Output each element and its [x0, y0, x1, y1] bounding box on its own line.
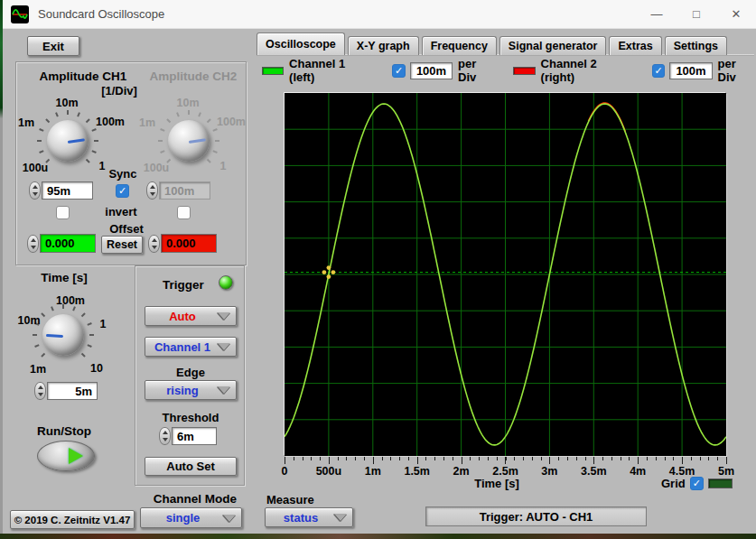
- time-value-field[interactable]: 5m: [47, 382, 98, 400]
- maximize-button[interactable]: □: [677, 1, 716, 28]
- desktop-edge-bottom: [0, 534, 756, 539]
- channel2-color-swatch[interactable]: [513, 67, 535, 75]
- check-icon: ✓: [655, 65, 663, 77]
- threshold-field[interactable]: 6m: [172, 427, 217, 445]
- knob-scale-100m: 100m: [211, 116, 251, 128]
- chevron-down-icon: [223, 515, 236, 522]
- knob-scale-100m: 100m: [90, 116, 130, 128]
- amplitude-ch1-spinner[interactable]: [29, 181, 41, 200]
- channel1-color-swatch[interactable]: [262, 67, 284, 75]
- channel2-per-div-field[interactable]: 100m: [669, 62, 712, 79]
- play-icon: [69, 448, 83, 464]
- grid-color-swatch[interactable]: [708, 479, 733, 488]
- channel-mode-label: Channel Mode: [145, 492, 245, 506]
- knob-scale-10: 10: [84, 362, 109, 375]
- spinner-up-icon[interactable]: [152, 238, 157, 242]
- channel1-enable-checkbox[interactable]: ✓: [392, 64, 406, 78]
- trigger-status-box: Trigger: AUTO - CH1: [425, 506, 647, 526]
- x-tick-label: 3.5m: [581, 465, 607, 478]
- spinner-down-icon[interactable]: [38, 393, 43, 396]
- amplitude-group: Amplitude CH1 Amplitude CH2 [1/Div] 10m …: [15, 61, 247, 265]
- x-tick-label: 1.5m: [404, 465, 430, 478]
- auto-set-button[interactable]: Auto Set: [145, 457, 237, 476]
- tab-bar: Oscilloscope X-Y graph Frequency Signal …: [257, 33, 727, 55]
- spinner-down-icon[interactable]: [31, 246, 36, 249]
- offset-ch1-field[interactable]: 0.000: [40, 234, 96, 253]
- spinner-up-icon[interactable]: [31, 238, 36, 242]
- knob-needle: [189, 138, 206, 144]
- spinner-up-icon[interactable]: [38, 386, 43, 389]
- close-button[interactable]: ✕: [716, 1, 756, 28]
- amplitude-ch1-knob[interactable]: [47, 120, 89, 162]
- chevron-down-icon: [334, 514, 347, 521]
- offset-ch2-spinner[interactable]: [148, 235, 160, 253]
- window-title: Soundcard Oscilloscope: [38, 7, 637, 21]
- spinner-up-icon[interactable]: [163, 431, 168, 434]
- spinner-down-icon[interactable]: [152, 246, 157, 249]
- knob-needle: [68, 138, 85, 144]
- x-axis-major-ticks: [285, 457, 728, 464]
- offset-ch1-spinner[interactable]: [27, 235, 39, 253]
- spinner-down-icon[interactable]: [33, 192, 38, 196]
- threshold-spinner[interactable]: [159, 427, 171, 445]
- trigger-source-dropdown[interactable]: Channel 1: [145, 337, 237, 357]
- x-tick-label: 2.5m: [492, 465, 518, 478]
- trigger-group: Trigger Auto Channel 1 Edge rising Thres…: [135, 265, 245, 486]
- grid-checkbox[interactable]: ✓: [690, 477, 704, 490]
- channel-mode-dropdown[interactable]: single: [140, 507, 242, 528]
- x-tick-label: 4.5m: [669, 465, 695, 478]
- amplitude-ch2-value-field: 100m: [159, 181, 210, 200]
- threshold-label: Threshold: [155, 411, 226, 424]
- grid-toggle-row: Grid ✓: [661, 477, 733, 490]
- sync-checkbox[interactable]: ✓: [116, 184, 129, 198]
- titlebar: Soundcard Oscilloscope — □ ✕: [3, 0, 756, 29]
- edge-label: Edge: [163, 366, 219, 379]
- offset-reset-button[interactable]: Reset: [101, 236, 143, 254]
- amplitude-ch1-value-field[interactable]: 95m: [42, 181, 93, 200]
- invert-label: invert: [87, 205, 155, 218]
- chevron-down-icon: [218, 386, 230, 394]
- time-knob[interactable]: [42, 314, 84, 356]
- copyright-button[interactable]: © 2019 C. Zeitnitz V1.47: [10, 510, 135, 529]
- x-tick-label: 2m: [453, 465, 470, 478]
- tab-settings[interactable]: Settings: [665, 36, 727, 55]
- spinner-down-icon[interactable]: [163, 438, 168, 441]
- exit-button[interactable]: Exit: [27, 36, 79, 56]
- chevron-down-icon: [218, 312, 230, 320]
- offset-ch2-field[interactable]: 0.000: [161, 234, 217, 253]
- knob-scale-10m: 10m: [49, 97, 85, 109]
- trigger-source-value: Channel 1: [154, 340, 210, 354]
- measure-dropdown[interactable]: status: [265, 507, 353, 527]
- tab-frequency[interactable]: Frequency: [422, 36, 497, 55]
- knob-scale-1: 1: [91, 318, 115, 330]
- time-spinner[interactable]: [34, 382, 46, 400]
- channel2-enable-checkbox[interactable]: ✓: [652, 64, 666, 78]
- app-icon: [11, 5, 29, 23]
- minimize-button[interactable]: —: [637, 1, 677, 28]
- knob-scale-1m: 1m: [13, 116, 40, 129]
- trigger-mode-dropdown[interactable]: Auto: [145, 306, 237, 326]
- invert-ch1-checkbox[interactable]: [56, 206, 70, 219]
- invert-ch2-checkbox[interactable]: [177, 206, 191, 219]
- tab-signal-generator[interactable]: Signal generator: [499, 36, 607, 55]
- measure-value: status: [284, 511, 318, 525]
- x-axis-labels: 0500u1m1.5m2m2.5m3m3.5m4m4.5m5m: [285, 465, 728, 478]
- spinner-up-icon: [150, 185, 155, 189]
- channel1-label: Channel 1 (left): [289, 57, 370, 84]
- channel-mode-value: single: [166, 511, 201, 525]
- measure-label: Measure: [266, 493, 339, 506]
- sync-label: Sync: [99, 167, 146, 181]
- channel1-per-div-field[interactable]: 100m: [410, 62, 453, 79]
- offset-label: Offset: [98, 222, 155, 236]
- scope-plot[interactable]: [285, 93, 726, 456]
- knob-scale-10m: 10m: [170, 97, 206, 109]
- tab-xy-graph[interactable]: X-Y graph: [348, 36, 419, 55]
- tab-oscilloscope[interactable]: Oscilloscope: [257, 33, 345, 55]
- spinner-up-icon[interactable]: [33, 185, 38, 189]
- x-tick-label: 3m: [541, 465, 557, 478]
- trigger-mode-value: Auto: [169, 310, 196, 323]
- trigger-edge-dropdown[interactable]: rising: [145, 380, 237, 400]
- run-stop-button[interactable]: [37, 441, 95, 471]
- tab-extras[interactable]: Extras: [609, 36, 661, 55]
- trigger-title: Trigger: [155, 278, 211, 292]
